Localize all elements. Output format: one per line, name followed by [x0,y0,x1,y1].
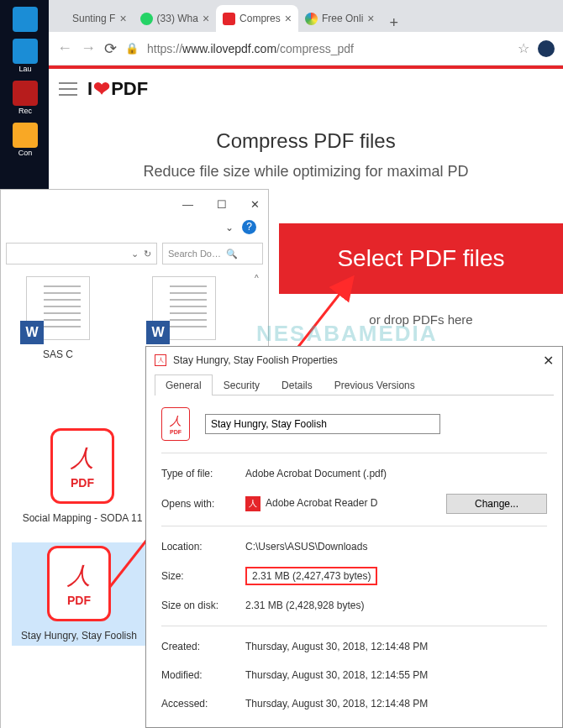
maximize-icon[interactable]: ☐ [217,198,227,211]
desktop-shortcut[interactable] [8,7,42,32]
search-placeholder: Search Do… [168,249,221,259]
desktop-background: Lau Rec Con [0,0,50,193]
chevron-down-icon[interactable]: ⌄ [131,249,139,259]
scroll-up-icon[interactable]: ^ [255,274,266,285]
menu-icon[interactable] [59,82,77,96]
tab-details[interactable]: Details [271,374,324,395]
dialog-titlebar[interactable]: 人 Stay Hungry, Stay Foolish Properties ✕ [146,347,562,374]
pdf-icon: 人PDF [161,407,190,441]
url-text[interactable]: https://www.ilovepdf.com/compress_pdf [147,42,509,55]
close-icon[interactable]: ✕ [543,353,554,369]
page-subtitle: Reduce file size while optimizing for ma… [49,163,563,181]
close-icon[interactable]: × [203,12,209,25]
file-item[interactable]: SAS C [8,276,108,362]
address-bar: ← → ⟳ 🔒 https://www.ilovepdf.com/compres… [49,32,563,65]
file-item[interactable]: 人PDF Social Mapping - SODA 11 [15,428,150,526]
close-icon[interactable]: × [285,12,292,25]
properties-dialog: 人 Stay Hungry, Stay Foolish Properties ✕… [145,346,563,728]
desktop-shortcut[interactable]: Con [8,123,42,158]
label: Accessed: [161,698,245,710]
value-highlighted: 2.31 MB (2,427,473 bytes) [245,567,547,585]
window-controls: — ☐ ✕ [1,190,268,218]
change-button[interactable]: Change... [446,494,547,514]
drop-hint: or drop PDFs here [279,312,563,327]
file-name: SAS C [8,348,108,362]
value: 人Adobe Acrobat Reader D [245,496,446,511]
close-icon[interactable]: ✕ [250,198,260,211]
star-icon[interactable]: ☆ [518,40,529,56]
select-pdf-button[interactable]: Select PDF files [279,223,563,294]
dialog-tabs: General Security Details Previous Versio… [155,374,554,395]
extension-icon[interactable] [538,40,555,57]
search-input[interactable]: Search Do…🔍 [162,243,263,264]
dialog-title: Stay Hungry, Stay Foolish Properties [173,354,536,366]
pdf-icon: 人PDF [50,428,114,504]
favicon-icon [55,13,68,25]
value: 2.31 MB (2,428,928 bytes) [245,600,547,611]
refresh-icon[interactable]: ↻ [144,249,151,259]
tab-previous-versions[interactable]: Previous Versions [324,374,426,395]
label: Opens with: [161,498,245,510]
chevron-down-icon[interactable]: ⌄ [225,222,234,233]
browser-tab[interactable]: (33) Wha× [134,5,217,32]
reload-icon[interactable]: ⟳ [104,39,117,58]
label: Size: [161,570,245,582]
upload-panel: Select PDF files or drop PDFs here [279,223,563,327]
forward-icon[interactable]: → [81,39,96,57]
favicon-icon [305,13,318,25]
minimize-icon[interactable]: — [182,198,193,211]
file-name: Stay Hungry, Stay Foolish [15,630,143,643]
tab-title: Sunting F [72,13,115,24]
tab-title: Free Onli [322,13,363,24]
browser-tab[interactable]: Sunting F× [49,5,134,32]
close-icon[interactable]: × [367,12,374,25]
path-box[interactable]: ⌄↻ [6,243,157,264]
value: Thursday, August 30, 2018, 12:14:55 PM [245,669,547,681]
pdf-icon: 人 [155,354,166,366]
tab-bar: Sunting F× (33) Wha× Compres× Free Onli×… [49,0,563,32]
new-tab-button[interactable]: + [381,14,408,32]
word-icon [152,276,216,340]
label: Size on disk: [161,600,245,611]
value: Adobe Acrobat Document (.pdf) [245,468,547,479]
page-header: I❤PDF [49,69,563,109]
filename-input[interactable] [205,414,440,434]
value: Thursday, August 30, 2018, 12:14:48 PM [245,641,547,652]
value: C:\Users\ASUS\Downloads [245,541,547,553]
file-name: Social Mapping - SODA 11 [15,512,150,526]
lock-icon: 🔒 [125,42,139,55]
favicon-icon [223,13,235,25]
pdf-icon: 人PDF [47,546,111,621]
tab-general[interactable]: General [155,374,213,395]
value: Thursday, August 30, 2018, 12:14:48 PM [245,698,547,710]
label: Location: [161,541,245,553]
label: Modified: [161,669,245,681]
tab-title: Compres [239,13,281,24]
heart-icon: ❤ [93,77,110,101]
search-icon: 🔍 [226,249,238,259]
back-icon[interactable]: ← [57,39,72,57]
favicon-icon [140,13,153,25]
desktop-shortcut[interactable]: Rec [8,81,42,116]
logo[interactable]: I❤PDF [87,77,148,101]
acrobat-icon: 人 [245,496,260,511]
tab-title: (33) Wha [157,13,198,24]
label: Type of file: [161,468,245,479]
close-icon[interactable]: × [119,12,126,25]
page-title: Compress PDF files [49,129,563,153]
help-icon[interactable]: ? [242,220,256,234]
browser-tab[interactable]: Free Onli× [298,5,381,32]
label: Created: [161,641,245,652]
browser-tab-active[interactable]: Compres× [216,5,298,32]
desktop-shortcut[interactable]: Lau [8,39,42,74]
word-icon [26,276,90,340]
tab-security[interactable]: Security [213,374,271,395]
file-item-selected[interactable]: 人PDF Stay Hungry, Stay Foolish [12,542,146,647]
